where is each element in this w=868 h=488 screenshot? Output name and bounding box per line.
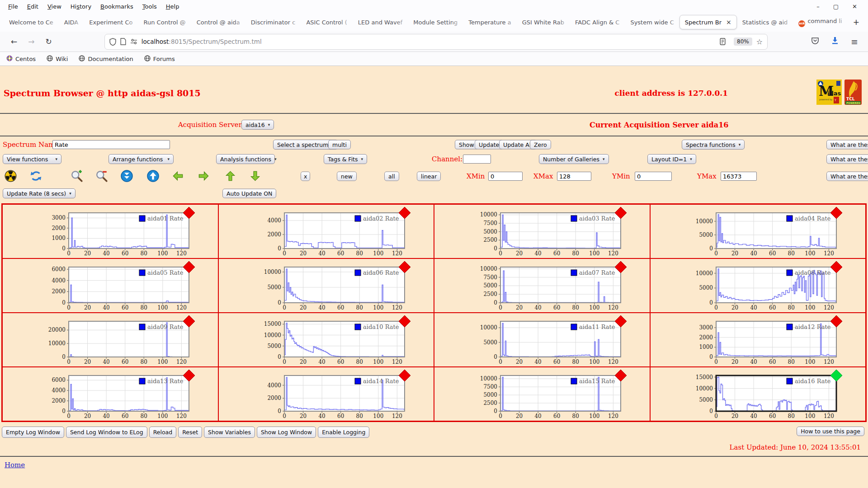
chart-aida08[interactable]: 0204060801001200500010000aida08 Rate bbox=[674, 261, 842, 313]
chart-cell-aida04[interactable]: 0204060801001200500010000aida04 Rate bbox=[650, 204, 866, 258]
tab-gsi-white-rab[interactable]: GSI White Rab bbox=[517, 15, 570, 30]
home-link[interactable]: Home bbox=[5, 461, 25, 469]
chart-cell-aida05[interactable]: 0204060801001200200040006000aida05 Rate bbox=[2, 258, 218, 313]
chart-aida16[interactable]: 020406080100120050001000015000aida16 Rat… bbox=[674, 370, 842, 421]
xmax-input[interactable] bbox=[557, 172, 591, 181]
tab-experiment-co[interactable]: Experiment Co bbox=[84, 15, 138, 30]
url-bar[interactable]: localhost:8015/Spectrum/Spectrum.tml 80%… bbox=[104, 34, 768, 50]
chart-aida02[interactable]: 020406080100120020004000aida02 Rate bbox=[242, 207, 410, 258]
chart-aida15[interactable]: 020406080100120025005000750010000aida15 … bbox=[458, 370, 626, 421]
chart-cell-aida12[interactable]: 0204060801001200100020003000aida12 Rate bbox=[650, 313, 866, 367]
chart-cell-aida14[interactable]: 020406080100120020004000aida14 Rate bbox=[218, 367, 434, 421]
log-button-enable-logging[interactable]: Enable Logging bbox=[318, 427, 369, 438]
minimize-icon[interactable]: – bbox=[816, 3, 820, 10]
spectrum-name-input[interactable] bbox=[52, 140, 170, 149]
xmin-input[interactable] bbox=[488, 172, 523, 181]
chart-aida09[interactable]: 02040608010012001000020000aida09 Rate bbox=[26, 315, 194, 367]
bookmark-star-icon[interactable]: ☆ bbox=[756, 38, 763, 46]
number-of-galleries-dropdown[interactable]: Number of Galleries▾ bbox=[539, 154, 609, 164]
chart-cell-aida01[interactable]: 0204060801001200100020003000aida01 Rate bbox=[2, 204, 218, 258]
tab-run-control-[interactable]: Run Control @ bbox=[138, 15, 191, 30]
zoom-in-icon[interactable] bbox=[71, 170, 83, 183]
tab-system-wide-c[interactable]: System wide C bbox=[625, 15, 679, 30]
tab-command-li[interactable]: askcommand li bbox=[793, 14, 847, 31]
log-button-empty-log-window[interactable]: Empty Log Window bbox=[2, 427, 64, 438]
chart-aida06[interactable]: 0204060801001200500010000aida06 Rate bbox=[242, 261, 410, 313]
hamburger-menu-icon[interactable]: ≡ bbox=[851, 37, 858, 47]
tab-aida[interactable]: AIDA bbox=[59, 15, 84, 30]
bookmark-centos[interactable]: Centos bbox=[6, 55, 36, 63]
chart-aida10[interactable]: 020406080100120050001000015000aida10 Rat… bbox=[242, 315, 410, 367]
all-button[interactable]: all bbox=[384, 172, 399, 181]
log-button-show-log-window[interactable]: Show Log Window bbox=[257, 427, 316, 438]
chart-aida04[interactable]: 0204060801001200500010000aida04 Rate bbox=[674, 207, 842, 258]
menu-history[interactable]: History bbox=[66, 2, 96, 11]
chart-aida13[interactable]: 0204060801001200200040006000aida13 Rate bbox=[26, 370, 194, 421]
how-to-use-button[interactable]: How to use this page bbox=[797, 427, 864, 436]
arrow-right-icon[interactable] bbox=[198, 170, 210, 183]
layout-id-dropdown[interactable]: Layout ID=1▾ bbox=[647, 154, 696, 164]
bookmark-wiki[interactable]: Wiki bbox=[47, 55, 68, 63]
tags-fits-dropdown[interactable]: Tags & Fits▾ bbox=[324, 154, 367, 164]
chart-aida01[interactable]: 0204060801001200100020003000aida01 Rate bbox=[26, 207, 194, 258]
bookmark-forums[interactable]: Forums bbox=[144, 55, 175, 63]
reader-mode-icon[interactable] bbox=[720, 38, 726, 45]
multi-button[interactable]: multi bbox=[328, 140, 351, 150]
close-icon[interactable]: ✕ bbox=[852, 3, 857, 10]
acquisition-server-select[interactable]: aida16▾ bbox=[241, 120, 274, 130]
maximize-icon[interactable]: ▢ bbox=[833, 3, 839, 10]
forward-icon[interactable]: → bbox=[23, 37, 40, 46]
tab-active-spectrum-br[interactable]: Spectrum Br× bbox=[679, 15, 737, 29]
shield-icon[interactable] bbox=[109, 38, 116, 46]
tab-welcome-to-ce[interactable]: Welcome to Ce bbox=[4, 15, 59, 30]
url-text[interactable]: localhost:8015/Spectrum/Spectrum.tml bbox=[142, 38, 720, 45]
chart-aida03[interactable]: 020406080100120025005000750010000aida03 … bbox=[458, 207, 626, 258]
log-button-reload[interactable]: Reload bbox=[149, 427, 177, 438]
tab-fadc-align-c[interactable]: FADC Align & C bbox=[570, 15, 625, 30]
chart-cell-aida03[interactable]: 020406080100120025005000750010000aida03 … bbox=[434, 204, 650, 258]
chart-cell-aida07[interactable]: 020406080100120025005000750010000aida07 … bbox=[434, 258, 650, 313]
tab-statistics-aid[interactable]: Statistics @ aid bbox=[737, 15, 793, 30]
chart-aida07[interactable]: 020406080100120025005000750010000aida07 … bbox=[458, 261, 626, 313]
ymin-input[interactable] bbox=[635, 172, 672, 181]
chart-cell-aida06[interactable]: 0204060801001200500010000aida06 Rate bbox=[218, 258, 434, 313]
chart-cell-aida13[interactable]: 0204060801001200200040006000aida13 Rate bbox=[2, 367, 218, 421]
pocket-icon[interactable] bbox=[811, 37, 819, 47]
zero-button[interactable]: Zero bbox=[530, 140, 551, 150]
new-button[interactable]: new bbox=[337, 172, 357, 181]
menu-edit[interactable]: Edit bbox=[23, 2, 43, 11]
scale-down-icon[interactable] bbox=[121, 170, 133, 183]
menu-tools[interactable]: Tools bbox=[138, 2, 161, 11]
back-icon[interactable]: ← bbox=[5, 37, 23, 46]
arrow-up-icon[interactable] bbox=[224, 170, 237, 183]
tab-close-icon[interactable]: × bbox=[726, 19, 731, 26]
chart-aida05[interactable]: 0204060801001200200040006000aida05 Rate bbox=[26, 261, 194, 313]
menu-file[interactable]: File bbox=[4, 2, 23, 11]
tab-led-and-wavef[interactable]: LED and Wavef bbox=[353, 15, 408, 30]
ymax-input[interactable] bbox=[721, 172, 757, 181]
new-tab-button[interactable]: + bbox=[848, 16, 865, 28]
chart-cell-aida15[interactable]: 020406080100120025005000750010000aida15 … bbox=[434, 367, 650, 421]
what-are-these-button[interactable]: What are these? bbox=[826, 172, 868, 181]
log-button-reset[interactable]: Reset bbox=[178, 427, 202, 438]
zoom-level-badge[interactable]: 80% bbox=[734, 38, 752, 46]
bookmark-documentation[interactable]: Documentation bbox=[79, 55, 133, 63]
chart-cell-aida10[interactable]: 020406080100120050001000015000aida10 Rat… bbox=[218, 313, 434, 367]
radiation-icon[interactable] bbox=[5, 170, 17, 183]
analysis-functions-dropdown[interactable]: Analysis functions▾ bbox=[216, 154, 275, 164]
chart-cell-aida16[interactable]: 020406080100120050001000015000aida16 Rat… bbox=[650, 367, 866, 421]
tab-asic-control-[interactable]: ASIC Control ( bbox=[301, 15, 352, 30]
update-rate-dropdown[interactable]: Update Rate (8 secs)▾ bbox=[3, 188, 75, 198]
what-are-these-button[interactable]: What are these? bbox=[826, 155, 868, 164]
menu-view[interactable]: View bbox=[43, 2, 66, 11]
spectra-functions-dropdown[interactable]: Spectra functions▾ bbox=[682, 140, 745, 150]
tab-control-aida[interactable]: Control @ aida bbox=[191, 15, 245, 30]
permissions-icon[interactable] bbox=[130, 38, 137, 45]
menu-bookmarks[interactable]: Bookmarks bbox=[96, 2, 138, 11]
refresh-icon[interactable] bbox=[30, 170, 42, 183]
chart-cell-aida11[interactable]: 0204060801001200500010000aida11 Rate bbox=[434, 313, 650, 367]
arrange-functions-dropdown[interactable]: Arrange functions▾ bbox=[108, 154, 174, 164]
menu-help[interactable]: Help bbox=[161, 2, 184, 11]
tab-discriminator-c[interactable]: Discriminator c bbox=[245, 15, 301, 30]
arrow-left-icon[interactable] bbox=[172, 170, 184, 183]
